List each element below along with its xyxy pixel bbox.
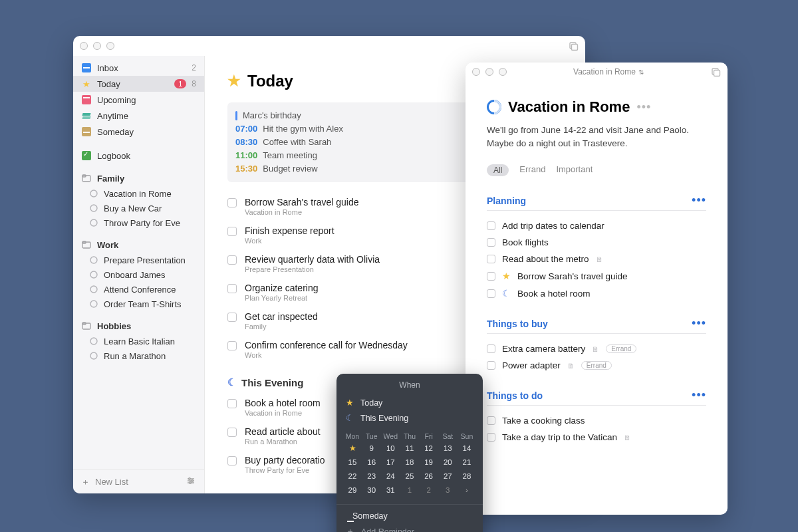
checkbox[interactable] [227, 313, 237, 322]
zoom-icon[interactable] [499, 68, 507, 76]
task-row[interactable]: Add trip dates to calendar [487, 217, 706, 234]
checkbox[interactable] [487, 272, 495, 281]
calendar-day[interactable]: 14 [459, 442, 475, 455]
minimize-icon[interactable] [93, 42, 101, 50]
checkbox[interactable] [487, 344, 495, 353]
task-row[interactable]: Take a day trip to the Vatican🗎 [487, 429, 706, 446]
calendar-day[interactable]: 3 [440, 483, 456, 497]
calendar-day[interactable]: 27 [440, 469, 456, 483]
calendar-day[interactable]: 30 [364, 483, 380, 497]
more-icon[interactable]: ••• [692, 317, 706, 331]
calendar-day[interactable]: 18 [402, 456, 418, 469]
sidebar-area[interactable]: Family [73, 170, 204, 186]
sidebar-project[interactable]: Prepare Presentation [73, 253, 204, 267]
tag-all[interactable]: All [487, 164, 509, 176]
checkbox[interactable] [487, 238, 495, 247]
checkbox[interactable] [227, 341, 237, 350]
calendar-day[interactable]: 31 [382, 483, 398, 497]
task-row[interactable]: ★Borrow Sarah's travel guide [487, 267, 706, 285]
checkbox[interactable] [227, 456, 237, 466]
calendar-day[interactable]: 28 [459, 469, 475, 483]
task-row[interactable]: Take a cooking class [487, 412, 706, 429]
calendar-day[interactable]: 26 [421, 469, 437, 483]
checkbox[interactable] [487, 255, 495, 263]
when-evening[interactable]: ☾ This Evening [336, 410, 483, 426]
checkbox[interactable] [227, 255, 237, 265]
calendar-day[interactable]: 15 [344, 456, 360, 469]
chevron-right-icon[interactable]: › [459, 483, 475, 497]
sidebar-project[interactable]: Order Team T-Shirts [73, 297, 204, 311]
minimize-icon[interactable] [485, 68, 493, 76]
sidebar-item-someday[interactable]: Someday [73, 124, 204, 140]
sidebar-area[interactable]: Hobbies [73, 318, 204, 334]
project-notes[interactable]: We'll go from June 14-22 and visit Jane … [487, 124, 706, 150]
sidebar-item-anytime[interactable]: Anytime [73, 108, 204, 124]
calendar-day[interactable]: 25 [402, 469, 418, 483]
more-icon[interactable]: ••• [636, 100, 651, 114]
checkbox[interactable] [227, 399, 237, 408]
calendar-day[interactable]: 1 [402, 483, 418, 497]
sidebar-project[interactable]: Vacation in Rome [73, 186, 204, 201]
calendar-day[interactable]: 23 [364, 469, 380, 483]
calendar-day[interactable]: 29 [344, 483, 360, 497]
calendar-day[interactable]: 9 [364, 442, 380, 455]
calendar-day[interactable]: 11 [402, 442, 418, 455]
new-window-icon[interactable] [568, 41, 579, 51]
checkbox[interactable] [227, 428, 237, 437]
sidebar-item-logbook[interactable]: Logbook [73, 148, 204, 164]
sidebar-area[interactable]: Work [73, 237, 204, 253]
close-icon[interactable] [472, 68, 480, 76]
calendar-day[interactable]: 13 [440, 442, 456, 455]
checkbox[interactable] [227, 198, 237, 207]
checkbox[interactable] [227, 227, 237, 236]
calendar-day[interactable]: 2 [421, 483, 437, 497]
when-today[interactable]: ★ Today [336, 395, 483, 410]
task-row[interactable]: Book flights [487, 234, 706, 251]
zoom-icon[interactable] [106, 42, 114, 50]
calendar-day[interactable]: 10 [382, 442, 398, 455]
calendar-day[interactable]: 16 [364, 456, 380, 469]
window-title[interactable]: Vacation in Rome ⇅ [507, 67, 710, 76]
when-someday[interactable]: Someday [336, 509, 483, 523]
calendar-day[interactable]: 20 [440, 456, 456, 469]
section-name[interactable]: Things to do [487, 390, 543, 401]
sidebar-item-upcoming[interactable]: Upcoming [73, 92, 204, 108]
sidebar-item-inbox[interactable]: Inbox 2 [73, 60, 204, 76]
checkbox[interactable] [487, 361, 495, 370]
new-window-icon[interactable] [710, 66, 721, 77]
settings-icon[interactable] [186, 475, 196, 488]
task-row[interactable]: ☾Book a hotel room [487, 285, 706, 302]
calendar-day[interactable]: 12 [421, 442, 437, 455]
plus-icon[interactable]: ＋ [81, 476, 90, 488]
calendar-day[interactable]: 24 [382, 469, 398, 483]
checkbox[interactable] [227, 284, 237, 293]
sidebar-project[interactable]: Attend Conference [73, 282, 204, 297]
calendar-day[interactable]: 21 [459, 456, 475, 469]
more-icon[interactable]: ••• [692, 388, 706, 402]
new-list-button[interactable]: New List [95, 477, 128, 487]
close-icon[interactable] [80, 42, 88, 50]
calendar-day[interactable]: 17 [382, 456, 398, 469]
calendar-day[interactable]: 22 [344, 469, 360, 483]
task-row[interactable]: Power adapter🗎Errand [487, 357, 706, 374]
section-name[interactable]: Planning [487, 196, 526, 206]
sidebar-project[interactable]: Throw Party for Eve [73, 215, 204, 230]
sidebar-item-today[interactable]: ★ Today 1 8 [73, 76, 204, 92]
tag-important[interactable]: Important [556, 164, 593, 176]
checkbox[interactable] [487, 416, 495, 425]
checkbox[interactable] [487, 433, 495, 442]
task-row[interactable]: Read about the metro🗎 [487, 251, 706, 267]
star-icon[interactable]: ★ [344, 442, 360, 455]
more-icon[interactable]: ••• [692, 194, 706, 207]
task-row[interactable]: Extra camera battery🗎Errand [487, 340, 706, 357]
add-reminder[interactable]: ＋ Add Reminder [336, 523, 483, 532]
sidebar-project[interactable]: Learn Basic Italian [73, 334, 204, 348]
sidebar-project[interactable]: Buy a New Car [73, 201, 204, 215]
sidebar-project[interactable]: Run a Marathon [73, 348, 204, 363]
sidebar-project[interactable]: Onboard James [73, 267, 204, 282]
calendar-day[interactable]: 19 [421, 456, 437, 469]
checkbox[interactable] [487, 289, 495, 298]
tag-errand[interactable]: Errand [519, 164, 545, 176]
checkbox[interactable] [487, 221, 495, 230]
section-name[interactable]: Things to buy [487, 319, 548, 329]
